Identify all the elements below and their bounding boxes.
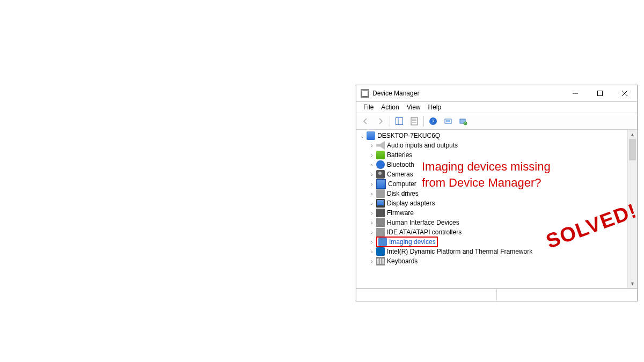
svg-rect-1 — [598, 91, 603, 96]
menu-action[interactable]: Action — [377, 102, 402, 113]
highlighted-item: Imaging devices — [376, 237, 438, 247]
audio-icon — [376, 141, 385, 150]
window-title: Device Manager — [372, 90, 419, 97]
svg-point-15 — [464, 122, 467, 125]
minimize-button[interactable] — [563, 85, 588, 101]
close-button[interactable] — [612, 85, 637, 101]
status-cell — [497, 289, 637, 301]
computer-icon — [367, 131, 375, 140]
toolbar-divider — [390, 116, 390, 127]
svg-rect-13 — [446, 120, 450, 122]
menu-file[interactable]: File — [360, 102, 377, 113]
tree-item[interactable]: ›Firmware — [358, 208, 627, 218]
svg-rect-6 — [411, 117, 418, 125]
chevron-right-icon[interactable]: › — [368, 219, 376, 226]
chevron-right-icon[interactable]: › — [368, 257, 376, 265]
img-icon — [378, 238, 387, 246]
tree-root-label: DESKTOP-7EKUC6Q — [377, 132, 440, 139]
tree-item[interactable]: ›Cameras — [358, 169, 627, 179]
device-manager-window: Device Manager File Action View Help — [356, 85, 638, 301]
svg-rect-4 — [396, 118, 403, 125]
back-button[interactable] — [358, 114, 372, 128]
comp-icon — [376, 179, 386, 189]
tree-item-label: Audio inputs and outputs — [387, 142, 458, 149]
kb-icon — [376, 257, 385, 265]
chevron-right-icon[interactable]: › — [368, 248, 376, 255]
tree-item[interactable]: ›Imaging devices — [358, 237, 627, 247]
disp-icon — [376, 199, 385, 208]
tree-item[interactable]: ›Bluetooth — [358, 160, 627, 169]
properties-button[interactable] — [407, 114, 421, 128]
chevron-right-icon[interactable]: › — [368, 190, 376, 197]
tree-item-label: IDE ATA/ATAPI controllers — [387, 228, 462, 236]
status-cell — [356, 289, 497, 301]
chevron-right-icon[interactable]: › — [368, 228, 376, 236]
chevron-right-icon[interactable]: › — [368, 180, 376, 188]
vertical-scrollbar[interactable]: ▲ ▼ — [627, 130, 637, 288]
add-legacy-button[interactable] — [456, 114, 470, 128]
cam-icon — [376, 170, 385, 179]
tree-item[interactable]: ›Disk drives — [358, 189, 627, 198]
scroll-up-arrow[interactable]: ▲ — [628, 130, 637, 139]
chevron-right-icon[interactable]: › — [368, 142, 376, 149]
statusbar — [356, 289, 637, 301]
help-button[interactable]: ? — [426, 114, 440, 128]
chevron-down-icon[interactable]: ⌄ — [358, 132, 366, 139]
toolbar-divider — [423, 116, 424, 127]
fw-icon — [376, 209, 385, 217]
device-tree[interactable]: ⌄DESKTOP-7EKUC6Q›Audio inputs and output… — [356, 130, 627, 288]
maximize-button[interactable] — [588, 85, 612, 101]
tree-item-label: Firmware — [387, 209, 414, 217]
tree-item-label: Human Interface Devices — [387, 219, 459, 226]
tree-item-label: Imaging devices — [389, 238, 436, 246]
tree-item-label: Disk drives — [387, 190, 419, 197]
scroll-down-arrow[interactable]: ▼ — [628, 279, 637, 288]
tree-item[interactable]: ›Human Interface Devices — [358, 218, 627, 227]
app-icon — [361, 89, 369, 98]
chevron-right-icon[interactable]: › — [368, 209, 376, 217]
tree-item[interactable]: ›Batteries — [358, 150, 627, 160]
chevron-right-icon[interactable]: › — [368, 151, 376, 159]
tree-item[interactable]: ›IDE ATA/ATAPI controllers — [358, 227, 627, 237]
forward-button[interactable] — [374, 114, 387, 128]
tree-item-label: Batteries — [387, 151, 412, 159]
tree-root[interactable]: ⌄DESKTOP-7EKUC6Q — [358, 131, 627, 141]
tree-item[interactable]: ›Intel(R) Dynamic Platform and Thermal F… — [358, 247, 627, 256]
ide-icon — [376, 228, 385, 237]
disk-icon — [376, 189, 385, 198]
tree-item-label: Intel(R) Dynamic Platform and Thermal Fr… — [387, 248, 532, 255]
scroll-thumb[interactable] — [629, 139, 636, 160]
chevron-right-icon[interactable]: › — [368, 238, 376, 246]
content-area: ⌄DESKTOP-7EKUC6Q›Audio inputs and output… — [356, 130, 637, 289]
hid-icon — [376, 218, 385, 227]
tree-item-label: Keyboards — [387, 257, 418, 265]
show-hide-tree-button[interactable] — [392, 114, 406, 128]
menubar: File Action View Help — [356, 102, 637, 113]
tree-item[interactable]: ›Display adapters — [358, 198, 627, 208]
bt-icon — [376, 160, 385, 169]
titlebar: Device Manager — [356, 85, 637, 102]
tree-item-label: Computer — [388, 180, 416, 188]
tree-item-label: Display adapters — [387, 200, 435, 207]
chevron-right-icon[interactable]: › — [368, 200, 376, 207]
tree-item-label: Cameras — [387, 171, 413, 178]
toolbar: ? — [356, 113, 637, 130]
tree-item[interactable]: ›Computer — [358, 179, 627, 189]
intel-icon — [376, 247, 385, 256]
tree-item[interactable]: ›Keyboards — [358, 256, 627, 266]
tree-item-label: Bluetooth — [387, 161, 414, 168]
tree-item[interactable]: ›Audio inputs and outputs — [358, 141, 627, 150]
chevron-right-icon[interactable]: › — [368, 161, 376, 168]
svg-text:?: ? — [432, 118, 435, 124]
scan-hardware-button[interactable] — [441, 114, 455, 128]
menu-help[interactable]: Help — [425, 102, 445, 113]
chevron-right-icon[interactable]: › — [368, 171, 376, 178]
menu-view[interactable]: View — [403, 102, 425, 113]
bat-icon — [376, 151, 385, 159]
